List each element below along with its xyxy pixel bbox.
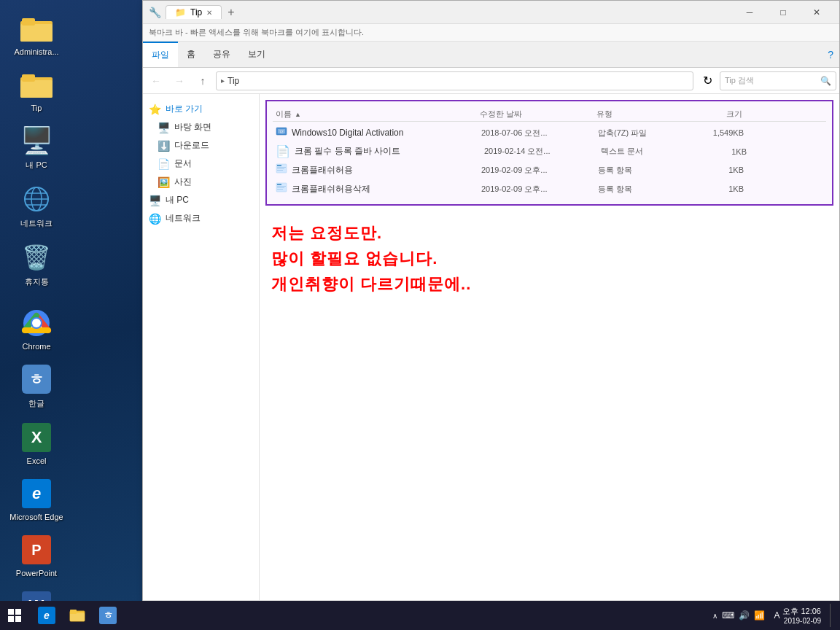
- minimize-button[interactable]: ─: [733, 1, 766, 24]
- systray-volume-icon[interactable]: 🔊: [739, 610, 750, 621]
- maximize-button[interactable]: □: [766, 1, 800, 24]
- network-label: 네트워크: [20, 218, 52, 229]
- chrome-icon: [19, 306, 54, 341]
- start-button[interactable]: [0, 601, 29, 630]
- col-size-header[interactable]: 크기: [684, 109, 742, 120]
- title-bar: 🔧 📁 Tip ✕ + ─ □ ✕: [143, 1, 839, 24]
- edge-label: Microsoft Edge: [9, 513, 63, 521]
- win10-date: 2018-07-06 오전...: [481, 128, 598, 139]
- address-bar[interactable]: ▸ Tip: [216, 71, 693, 90]
- show-desktop-button[interactable]: [830, 604, 834, 627]
- taskbar-lang-indicator: A: [774, 610, 779, 621]
- edge-icon: e: [19, 476, 54, 511]
- desktop-icon-powerpoint[interactable]: P PowerPoint: [4, 529, 69, 581]
- active-tab[interactable]: 📁 Tip ✕: [166, 5, 222, 19]
- svg-rect-4: [20, 80, 52, 98]
- sidebar-item-desktop[interactable]: 🖥️ 바탕 화면: [143, 118, 259, 136]
- ribbon-tab-share[interactable]: 공유: [204, 42, 239, 67]
- downloads-label: 다운로드: [174, 139, 209, 152]
- my-pc-label: 내 PC: [26, 160, 47, 171]
- sidebar-item-quick-access[interactable]: ⭐ 바로 가기: [143, 100, 259, 118]
- sidebar: ⭐ 바로 가기 🖥️ 바탕 화면 ⬇️ 다운로드 📄 문서 🖼️ 사진: [143, 94, 260, 600]
- quick-access-label: 바로 가기: [166, 103, 203, 115]
- recycle-bin-icon: 🗑️: [19, 240, 54, 275]
- desktop-icon-excel[interactable]: X Excel: [4, 416, 69, 469]
- sidebar-item-network[interactable]: 🌐 네트워크: [143, 209, 259, 228]
- flash-disable-type: 등록 항목: [598, 184, 685, 195]
- file-list-header: 이름 ▲ 수정한 날짜 유형 크기: [273, 107, 826, 122]
- svg-rect-19: [277, 165, 281, 166]
- ribbon-tab-file[interactable]: 파일: [143, 42, 178, 67]
- file-row-flash-disable[interactable]: 크롬플래쉬허용삭제 2019-02-09 오후... 등록 항목 1KB: [273, 179, 826, 198]
- col-date-header[interactable]: 수정한 날짜: [480, 109, 596, 120]
- pictures-icon: 🖼️: [158, 176, 170, 188]
- recycle-bin-label: 휴지통: [25, 276, 49, 287]
- systray-keyboard-icon[interactable]: ⌨: [722, 610, 734, 621]
- refresh-button[interactable]: ↻: [698, 71, 717, 90]
- tab-folder-icon: 📁: [175, 7, 186, 18]
- desktop-icon-tip[interactable]: Tip: [4, 63, 69, 116]
- svg-rect-36: [70, 613, 85, 621]
- taskbar-edge-icon[interactable]: e: [32, 601, 61, 630]
- systray-arrow[interactable]: ∧: [712, 612, 718, 620]
- desktop-icon-mypc[interactable]: 🖥️ 내 PC: [4, 120, 69, 174]
- systray-network-icon[interactable]: 📶: [754, 610, 765, 621]
- powerpoint-label: PowerPoint: [16, 569, 57, 578]
- back-button[interactable]: ←: [146, 71, 166, 91]
- sidebar-item-my-pc[interactable]: 🖥️ 내 PC: [143, 191, 259, 209]
- desktop-icon-edge[interactable]: e Microsoft Edge: [4, 472, 69, 525]
- desktop-sidebar-icon: 🖥️: [158, 122, 170, 133]
- tab-bar: 📁 Tip ✕ +: [166, 5, 238, 19]
- administrator-label: Administra...: [14, 47, 58, 56]
- ribbon-tab-home[interactable]: 홈: [178, 42, 204, 67]
- ribbon-help-button[interactable]: ?: [822, 42, 839, 67]
- col-type-header[interactable]: 유형: [596, 109, 684, 120]
- ribbon-tab-view[interactable]: 보기: [239, 42, 274, 67]
- tip-folder-icon: [19, 67, 54, 102]
- taskbar-hangeul-icon[interactable]: ㅎ: [93, 601, 122, 630]
- desktop-icon-administrator[interactable]: Administra...: [4, 7, 69, 60]
- new-tab-button[interactable]: +: [225, 6, 237, 19]
- desktop-icon-network[interactable]: 네트워크: [4, 178, 69, 233]
- close-button[interactable]: ✕: [800, 1, 833, 24]
- tab-close-button[interactable]: ✕: [206, 9, 212, 17]
- desktop-icon-recycle[interactable]: 🗑️ 휴지통: [4, 236, 69, 291]
- flash-enable-date: 2019-02-09 오후...: [481, 165, 598, 176]
- explorer-window: 🔧 📁 Tip ✕ + ─ □ ✕ 북마크 바 - 빠른 액세스를 위해 북마크…: [142, 0, 840, 618]
- hangeul-icon: ㅎ: [19, 362, 54, 397]
- clock-date: 2019-02-09: [782, 617, 821, 625]
- sort-arrow-icon: ▲: [295, 111, 301, 118]
- excel-label: Excel: [27, 456, 47, 465]
- file-row-flash-enable[interactable]: 크롬플래쉬허용 2019-02-09 오후... 등록 항목 1KB: [273, 160, 826, 179]
- taskbar-explorer-icon[interactable]: [63, 601, 92, 630]
- svg-rect-5: [22, 74, 35, 82]
- svg-rect-21: [277, 168, 284, 169]
- window-controls: ─ □ ✕: [733, 1, 833, 24]
- desktop-icon-hangeul[interactable]: ㅎ 한글: [4, 358, 69, 413]
- forward-button[interactable]: →: [169, 71, 190, 91]
- sidebar-item-documents[interactable]: 📄 문서: [143, 155, 259, 173]
- up-button[interactable]: ↑: [192, 71, 213, 91]
- col-name-header[interactable]: 이름 ▲: [276, 109, 480, 120]
- svg-rect-25: [277, 186, 286, 187]
- my-pc-sidebar-icon: 🖥️: [149, 195, 161, 206]
- win10-icon: 7Z: [276, 125, 287, 140]
- svg-point-14: [32, 319, 41, 327]
- desktop: Administra... Tip 🖥️ 내 PC: [0, 0, 840, 630]
- file-row-chrome-sites[interactable]: 📄 크롬 필수 등록 즐바 사이트 2019-02-14 오전... 텍스트 문…: [273, 142, 826, 160]
- my-pc-sidebar-label: 내 PC: [166, 194, 189, 206]
- sidebar-item-downloads[interactable]: ⬇️ 다운로드: [143, 136, 259, 155]
- flash-enable-type: 등록 항목: [598, 165, 685, 176]
- excel-icon: X: [19, 420, 54, 455]
- search-box[interactable]: Tip 검색 🔍: [720, 71, 836, 90]
- bookmark-bar: 북마크 바 - 빠른 액세스를 위해 북마크를 여기에 표시합니다.: [143, 24, 839, 42]
- bookmark-bar-text: 북마크 바 - 빠른 액세스를 위해 북마크를 여기에 표시합니다.: [149, 27, 364, 38]
- windows-logo: [8, 609, 21, 622]
- file-row-win10[interactable]: 7Z Windows10 Digital Activation 2018-07-…: [273, 123, 826, 142]
- tab-label: Tip: [190, 7, 202, 18]
- taskbar-time[interactable]: 오후 12:06 2019-02-09: [782, 606, 821, 625]
- sidebar-item-pictures[interactable]: 🖼️ 사진: [143, 173, 259, 191]
- desktop-icon-chrome[interactable]: Chrome: [4, 302, 69, 354]
- my-pc-icon: 🖥️: [19, 123, 54, 158]
- powerpoint-icon: P: [19, 532, 54, 567]
